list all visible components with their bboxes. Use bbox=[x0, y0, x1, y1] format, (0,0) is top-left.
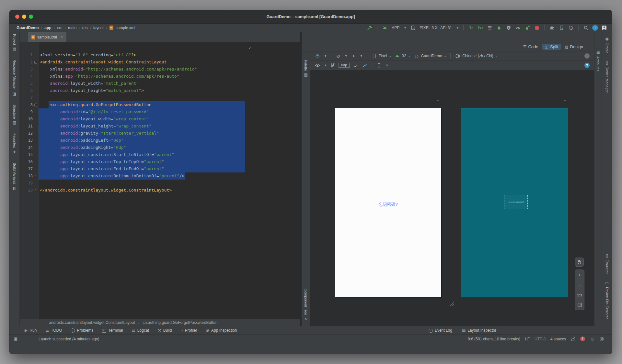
profiler-gauge-icon[interactable] bbox=[515, 25, 521, 31]
error-notification-icon[interactable]: ! bbox=[580, 336, 585, 341]
target-device-select[interactable]: PIXEL 3 XL API 31 bbox=[420, 26, 452, 30]
chevron-down-icon[interactable]: ▼ bbox=[456, 26, 459, 29]
line-ending-indicator[interactable]: LF bbox=[525, 337, 530, 341]
tool-window-button-todo[interactable]: ☰TODO bbox=[45, 328, 62, 333]
breadcrumb-item-res[interactable]: res bbox=[82, 26, 88, 30]
indent-indicator[interactable]: 4 spaces bbox=[550, 337, 566, 341]
tool-window-button-run[interactable]: ▶Run bbox=[25, 328, 37, 333]
sidebar-item-resource-manager[interactable]: Resource Manager◨ bbox=[13, 60, 17, 96]
minimize-window-button[interactable] bbox=[22, 15, 26, 19]
smiley-icon[interactable]: ☺ bbox=[590, 336, 594, 342]
pan-hand-button[interactable] bbox=[575, 258, 584, 267]
encoding-indicator[interactable]: UTF-8 bbox=[535, 337, 546, 341]
theme-selector[interactable]: ◎ GuardDemo⌄ bbox=[413, 53, 446, 59]
breadcrumb-child[interactable]: cn.authing.guard.GoForgotPasswordButton bbox=[143, 320, 218, 325]
zoom-in-button[interactable]: + bbox=[575, 270, 584, 280]
status-widget-layout-inspector[interactable]: ▦Layout Inspector bbox=[462, 328, 496, 333]
mode-design-button[interactable]: ▨Design bbox=[562, 44, 586, 50]
breadcrumb-parent[interactable]: androidx.constraintlayout.widget.Constra… bbox=[49, 320, 135, 325]
profile-avatar-icon[interactable] bbox=[601, 25, 607, 31]
fold-marker[interactable]: ⌃ bbox=[33, 189, 39, 192]
tab-attributes[interactable]: ⇶Attributes bbox=[596, 50, 600, 71]
zoom-to-fit-button[interactable] bbox=[575, 300, 584, 310]
tool-window-button-build[interactable]: ⚒Build bbox=[158, 328, 172, 333]
sidebar-item-favorites[interactable]: Favorites★ bbox=[13, 133, 17, 154]
resize-handle-icon[interactable] bbox=[449, 301, 455, 306]
align-icon[interactable] bbox=[376, 62, 382, 69]
breadcrumb-item-main[interactable]: main bbox=[68, 26, 76, 30]
zoom-out-button[interactable]: − bbox=[575, 280, 584, 290]
run-restart-icon[interactable]: ↻ bbox=[468, 25, 474, 31]
tool-window-button-terminal[interactable]: >_Terminal bbox=[102, 328, 123, 333]
breadcrumb-item-src[interactable]: src bbox=[57, 26, 62, 30]
code-editor[interactable]: 1<?xml version="1.0" encoding="utf-8"?>2… bbox=[20, 42, 300, 319]
caret-position[interactable]: 8:6 (501 chars, 10 line breaks) bbox=[468, 337, 520, 341]
frown-icon[interactable]: ☹ bbox=[599, 336, 604, 342]
blueprint-preview-screen[interactable]: tv_reset_password bbox=[461, 108, 568, 297]
tab-sample-xml[interactable]: sample.xml ✕ bbox=[28, 32, 66, 42]
tool-window-button-app-inspection[interactable]: ◉App Inspection bbox=[206, 328, 237, 333]
clear-constraints-icon[interactable] bbox=[352, 62, 359, 69]
close-tab-icon[interactable]: ✕ bbox=[60, 35, 63, 39]
tool-window-button-logcat[interactable]: ▤Logcat bbox=[132, 328, 149, 333]
mode-code-button[interactable]: ☰Code bbox=[521, 44, 541, 50]
breadcrumb-item-sample-xml[interactable]: sample.xml bbox=[116, 26, 135, 30]
help-icon[interactable]: ? bbox=[584, 63, 590, 68]
sidebar-item-project[interactable]: Project▤ bbox=[13, 34, 17, 51]
tool-window-toggle-icon[interactable]: ▣ bbox=[14, 336, 17, 341]
sidebar-item-build-variants[interactable]: Build Variants◧ bbox=[13, 163, 17, 191]
stop-icon[interactable] bbox=[534, 25, 540, 31]
api-level-selector[interactable]: 32⌄ bbox=[394, 53, 410, 59]
tool-window-button-profiler[interactable]: ◔Profiler bbox=[180, 328, 197, 333]
infer-constraints-wand-icon[interactable] bbox=[361, 62, 368, 69]
orientation-icon[interactable]: ⊘ bbox=[335, 53, 341, 59]
fold-marker[interactable]: ⌃ bbox=[33, 174, 39, 178]
sidebar-item-device-manager[interactable]: ▯Device Manager bbox=[605, 61, 609, 93]
layers-view-mode-icon[interactable] bbox=[314, 53, 321, 59]
maximize-window-button[interactable] bbox=[29, 15, 33, 19]
tool-window-button-problems[interactable]: !Problems bbox=[71, 328, 93, 333]
status-widget-event-log[interactable]: ◯Event Log bbox=[428, 328, 452, 333]
ide-update-icon[interactable]: ↑ bbox=[592, 25, 598, 31]
gradle-sync-icon[interactable] bbox=[549, 25, 555, 31]
zoom-reset-button[interactable]: 1:1 bbox=[575, 290, 584, 300]
tab-component-tree[interactable]: Component Tree↻ bbox=[304, 289, 308, 321]
design-preview-screen[interactable]: 忘记密码? bbox=[335, 108, 441, 297]
device-selector[interactable]: Pixel⌄ bbox=[371, 53, 392, 59]
apply-code-changes-icon[interactable] bbox=[524, 25, 531, 31]
mode-split-button[interactable]: ◫Split bbox=[542, 44, 561, 50]
search-everywhere-icon[interactable] bbox=[583, 25, 589, 31]
chevron-down-icon[interactable]: ▼ bbox=[404, 26, 407, 29]
fold-marker[interactable]: − bbox=[33, 103, 39, 106]
breadcrumb-item-layout[interactable]: layout bbox=[93, 26, 104, 30]
tab-palette[interactable]: Palette▦ bbox=[304, 60, 308, 77]
close-window-button[interactable] bbox=[15, 15, 19, 19]
blueprint-widget-box[interactable]: tv_reset_password bbox=[504, 195, 528, 209]
sdk-manager-icon[interactable] bbox=[568, 25, 574, 31]
breadcrumb-item-guarddemo[interactable]: GuardDemo bbox=[17, 26, 39, 30]
autoconnect-magnet-icon[interactable] bbox=[329, 62, 336, 69]
lock-icon[interactable] bbox=[571, 336, 575, 342]
sidebar-item-gradle[interactable]: ◉Gradle bbox=[605, 37, 609, 53]
view-options-eye-icon[interactable] bbox=[314, 62, 321, 69]
inspection-ok-icon[interactable]: ✓ bbox=[248, 45, 251, 51]
fold-marker[interactable]: − bbox=[33, 61, 39, 64]
attach-debugger-icon[interactable] bbox=[505, 25, 512, 31]
apply-changes-icon[interactable]: ↻A bbox=[477, 25, 484, 31]
device-manager-icon[interactable] bbox=[558, 25, 565, 31]
render-issues-icon[interactable]: ! bbox=[584, 53, 590, 59]
run-configuration-select[interactable]: APP bbox=[392, 26, 399, 30]
forgot-password-text[interactable]: 忘记密码? bbox=[335, 201, 441, 207]
sidebar-item-emulator[interactable]: ▯Emulator bbox=[605, 253, 609, 274]
code-line: 11 android:layout_height="wrap_content" bbox=[20, 123, 300, 130]
build-hammer-icon[interactable] bbox=[366, 25, 373, 31]
design-surface[interactable]: ᛉ ᛉ 忘记密码? tv_reset_password bbox=[310, 70, 594, 326]
sidebar-item-device-file-explorer[interactable]: ▭Device File Explorer bbox=[605, 281, 609, 319]
debug-bug-icon[interactable] bbox=[496, 25, 502, 31]
night-mode-icon[interactable]: ◑ bbox=[350, 53, 357, 59]
breadcrumb-item-app[interactable]: app bbox=[44, 26, 51, 30]
locale-selector[interactable]: Chinese (zh / CN)⌄ bbox=[455, 53, 498, 59]
run-list-icon[interactable]: ☰ bbox=[487, 25, 493, 31]
default-margin-button[interactable]: 0dp bbox=[339, 63, 350, 68]
sidebar-item-structure[interactable]: Structure▦ bbox=[13, 105, 17, 125]
